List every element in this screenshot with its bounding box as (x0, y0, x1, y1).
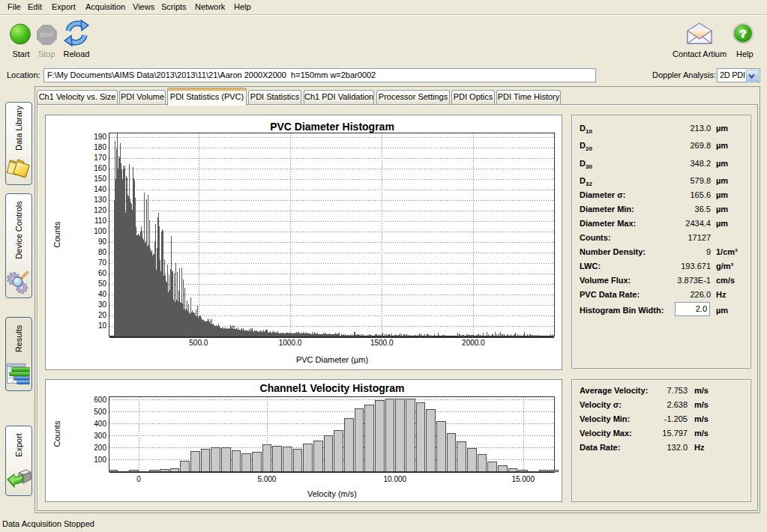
svg-text:170: 170 (94, 154, 106, 162)
svg-text:1500.0: 1500.0 (370, 339, 394, 347)
svg-text:50: 50 (98, 279, 107, 288)
svg-text:130: 130 (94, 196, 106, 204)
svg-text:Velocity (m/s): Velocity (m/s) (307, 489, 357, 498)
svg-text:10: 10 (98, 321, 107, 330)
svg-text:2000.0: 2000.0 (462, 339, 485, 347)
svg-text:20: 20 (98, 311, 107, 319)
svg-text:140: 140 (94, 185, 106, 193)
svg-text:110: 110 (94, 217, 106, 225)
svg-text:400: 400 (94, 420, 106, 428)
svg-text:Channel1 Velocity Histogram: Channel1 Velocity Histogram (260, 382, 405, 394)
svg-text:30: 30 (98, 300, 107, 309)
svg-text:500.0: 500.0 (189, 339, 208, 347)
svg-text:10.000: 10.000 (384, 475, 407, 483)
svg-text:190: 190 (94, 133, 106, 141)
svg-text:120: 120 (94, 206, 106, 214)
svg-text:300: 300 (94, 432, 106, 440)
svg-text:180: 180 (94, 143, 106, 151)
svg-text:5.000: 5.000 (257, 475, 276, 483)
svg-text:60: 60 (98, 269, 107, 277)
svg-text:Counts: Counts (52, 221, 61, 247)
svg-text:PVC Diameter (µm): PVC Diameter (µm) (296, 355, 368, 364)
svg-text:70: 70 (98, 259, 107, 267)
svg-text:1000.0: 1000.0 (279, 339, 302, 347)
svg-text:?: ? (739, 27, 746, 40)
svg-text:15.000: 15.000 (511, 475, 535, 483)
svg-text:40: 40 (98, 290, 107, 298)
svg-text:Counts: Counts (52, 420, 61, 447)
svg-text:0: 0 (136, 475, 141, 483)
svg-text:150: 150 (94, 175, 106, 183)
svg-text:PVC Diameter Histogram: PVC Diameter Histogram (270, 121, 394, 133)
svg-text:100: 100 (94, 227, 106, 235)
svg-text:160: 160 (94, 164, 106, 172)
svg-text:600: 600 (94, 396, 106, 404)
svg-text:90: 90 (98, 238, 107, 246)
svg-text:80: 80 (98, 248, 107, 256)
svg-text:STOP: STOP (40, 32, 53, 37)
svg-text:100: 100 (94, 456, 106, 464)
svg-text:200: 200 (94, 444, 106, 452)
svg-text:500: 500 (94, 408, 106, 416)
